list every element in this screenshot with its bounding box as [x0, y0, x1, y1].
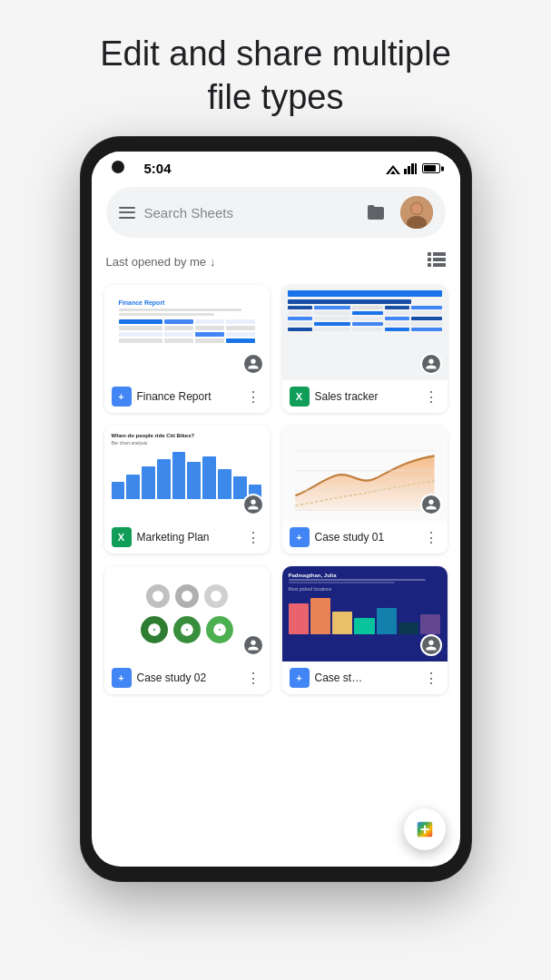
file-name-sales: Sales tracker — [315, 390, 417, 403]
file-thumbnail-finance: Finance Report — [104, 285, 270, 380]
shared-avatar-finance — [242, 353, 264, 375]
file-card-case-study-01[interactable]: + Case study 01 ⋮ — [282, 426, 448, 554]
camera-notch — [112, 161, 124, 173]
shared-avatar-casestudyx — [420, 634, 442, 656]
sort-label[interactable]: Last opened by me ↓ — [106, 255, 216, 269]
fab-plus-icon — [415, 819, 435, 839]
file-type-sheets-icon: X — [290, 387, 310, 407]
hamburger-icon[interactable] — [119, 207, 135, 219]
shared-avatar-sales — [420, 353, 442, 375]
battery-icon — [422, 163, 440, 173]
file-card-finance-report[interactable]: Finance Report — [104, 285, 270, 413]
file-card-case-study-02[interactable]: + Case study 02 ⋮ — [104, 566, 270, 694]
file-name-casestudy01: Case study 01 — [315, 531, 417, 544]
svg-rect-6 — [415, 163, 417, 174]
more-button-marketing[interactable]: ⋮ — [244, 529, 262, 546]
sort-arrow-icon: ↓ — [210, 255, 216, 269]
file-thumbnail-casestudyx: Padmagthan, Julia Most picked locations — [282, 566, 448, 662]
more-button-sales[interactable]: ⋮ — [422, 388, 440, 406]
file-thumbnail-marketing: When do people ride Citi Bikes? Bar char… — [104, 426, 270, 521]
file-footer-sales: X Sales tracker ⋮ — [282, 380, 448, 413]
file-name-casestudy02: Case study 02 — [137, 671, 239, 684]
file-footer-finance: + Finance Report ⋮ — [104, 380, 270, 413]
more-button-casestudy01[interactable]: ⋮ — [422, 529, 440, 546]
files-grid: Finance Report — [104, 285, 448, 694]
file-name-marketing: Marketing Plan — [137, 531, 239, 544]
phone-device: 5:04 — [81, 137, 471, 881]
file-footer-casestudy02: + Case study 02 ⋮ — [104, 662, 270, 694]
search-bar-container: Search Sheets — [92, 180, 460, 249]
status-time: 5:04 — [144, 161, 172, 176]
avatar[interactable] — [400, 196, 433, 229]
list-view-button[interactable] — [428, 252, 446, 270]
svg-rect-14 — [433, 258, 446, 261]
headline: Edit and share multiplefile types — [64, 0, 487, 137]
shared-avatar-casestudy02 — [242, 634, 264, 656]
sort-bar: Last opened by me ↓ — [92, 249, 460, 278]
fab-button[interactable] — [404, 808, 446, 850]
search-bar[interactable]: Search Sheets — [106, 187, 446, 238]
file-type-docs-icon-cs02: + — [112, 668, 132, 688]
file-thumbnail-sales — [282, 285, 448, 380]
file-type-docs-icon: + — [112, 387, 132, 407]
svg-rect-4 — [408, 166, 410, 174]
status-bar: 5:04 — [92, 152, 460, 180]
file-name-casestudyx: Case st… — [315, 671, 417, 684]
svg-rect-5 — [411, 163, 414, 174]
file-name-finance: Finance Report — [137, 390, 239, 403]
svg-rect-15 — [428, 263, 431, 267]
file-card-sales-tracker[interactable]: X Sales tracker ⋮ — [282, 285, 448, 413]
casestudy01-chart — [288, 431, 442, 515]
file-footer-casestudyx: + Case st… ⋮ — [282, 662, 448, 694]
svg-rect-16 — [433, 263, 446, 267]
more-button-finance[interactable]: ⋮ — [244, 388, 262, 406]
svg-rect-12 — [433, 252, 446, 256]
file-type-sheets-icon-marketing: X — [112, 527, 132, 547]
file-type-docs-icon-csx: + — [290, 668, 310, 688]
signal-icon — [386, 163, 400, 174]
more-button-casestudy02[interactable]: ⋮ — [244, 670, 262, 687]
phone-screen: 5:04 — [92, 152, 460, 867]
file-card-marketing-plan[interactable]: When do people ride Citi Bikes? Bar char… — [104, 426, 270, 554]
shared-avatar-marketing — [242, 494, 264, 515]
file-type-docs-icon-cs01: + — [290, 527, 310, 547]
headline-text: Edit and share multiplefile types — [100, 33, 451, 119]
more-button-casestudyx[interactable]: ⋮ — [422, 670, 440, 687]
svg-rect-11 — [428, 252, 431, 256]
shared-avatar-casestudy01 — [420, 494, 442, 515]
file-thumbnail-casestudy01 — [282, 426, 448, 521]
file-footer-casestudy01: + Case study 01 ⋮ — [282, 521, 448, 554]
svg-point-10 — [411, 203, 422, 214]
file-footer-marketing: X Marketing Plan ⋮ — [104, 521, 270, 554]
status-icons — [386, 163, 440, 174]
svg-rect-3 — [404, 169, 407, 174]
signal-bars-icon — [404, 163, 417, 174]
folder-button[interactable] — [360, 197, 391, 228]
svg-rect-13 — [428, 258, 431, 261]
file-thumbnail-casestudy02 — [104, 566, 270, 662]
search-placeholder[interactable]: Search Sheets — [144, 205, 351, 220]
file-card-case-study-x[interactable]: Padmagthan, Julia Most picked locations — [282, 566, 448, 694]
files-scroll[interactable]: Finance Report — [92, 278, 460, 867]
avatar-face-icon — [400, 196, 433, 229]
folder-icon — [366, 204, 386, 220]
